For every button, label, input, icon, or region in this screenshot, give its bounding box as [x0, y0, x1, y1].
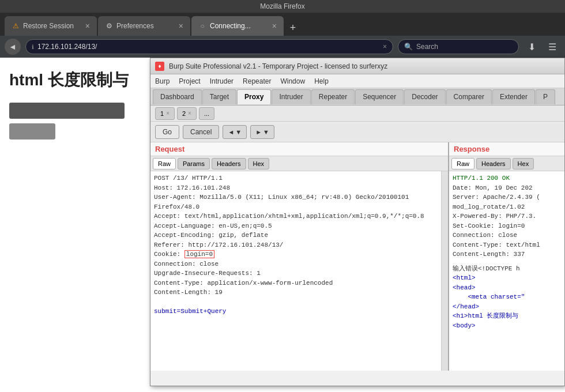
req-line-3: Firefox/48.0: [154, 202, 438, 212]
resp-line-content-length: Content-Length: 337: [453, 250, 561, 259]
spinner-icon: ○: [198, 22, 206, 30]
req-line-6: Accept-Encoding: gzip, deflate: [154, 231, 438, 240]
tab-dashboard[interactable]: Dashboard: [153, 89, 202, 104]
hamburger-menu[interactable]: ☰: [544, 39, 560, 55]
tab-connecting-close[interactable]: ×: [272, 21, 277, 31]
resp-body-meta: <meta charset=": [453, 292, 561, 302]
menu-burp[interactable]: Burp: [155, 77, 170, 85]
browser-title: Mozilla Firefox: [260, 2, 304, 10]
resp-line-connection: Connection: close: [453, 231, 561, 240]
request-panel: Request Raw Params Headers Hex POST /13/…: [150, 142, 449, 371]
resp-line-status: HTTP/1.1 200 OK: [453, 174, 561, 183]
resp-line-server: Server: Apache/2.4.39 (: [453, 193, 561, 202]
req-line-2: User-Agent: Mozilla/5.0 (X11; Linux x86_…: [154, 193, 438, 202]
resp-body-head: <head>: [453, 283, 561, 293]
url-clear-button[interactable]: ×: [383, 43, 387, 51]
tab-extender[interactable]: Extender: [492, 89, 535, 104]
browser-content: html 长度限制与 ♦ Burp Suite Professional v2.…: [0, 58, 565, 392]
tab-preferences-label: Preferences: [116, 22, 154, 30]
tab-p[interactable]: P: [536, 89, 555, 104]
tab-intruder[interactable]: Intruder: [272, 89, 310, 104]
resp-line-cookie: Set-Cookie: login=0: [453, 221, 561, 231]
burp-titlebar: ♦ Burp Suite Professional v2.1 - Tempora…: [150, 58, 564, 74]
response-tab-hex[interactable]: Hex: [513, 158, 534, 169]
menu-repeater[interactable]: Repeater: [243, 77, 271, 85]
new-tab-button[interactable]: +: [285, 20, 301, 36]
tab-2-close[interactable]: ×: [188, 110, 191, 116]
url-bar[interactable]: ℹ 172.16.101.248/13/ ×: [25, 39, 393, 54]
tab-connecting[interactable]: ○ Connecting... ×: [191, 16, 284, 36]
search-placeholder: Search: [416, 43, 438, 51]
browser-urlbar: ◄ ℹ 172.16.101.248/13/ × 🔍 Search ⬇ ☰: [0, 36, 565, 58]
search-bar[interactable]: 🔍 Search: [398, 39, 519, 54]
firefox-page: html 长度限制与: [0, 58, 150, 392]
request-panel-header: Request: [150, 142, 448, 156]
next-button[interactable]: ► ▼: [250, 125, 274, 139]
menu-intruder[interactable]: Intruder: [210, 77, 233, 85]
request-number-tabs: 1 × 2 × ...: [150, 105, 564, 122]
menu-window[interactable]: Window: [280, 77, 305, 85]
cookie-label: Cookie:: [154, 251, 184, 258]
cancel-button[interactable]: Cancel: [183, 125, 219, 139]
request-tab-raw[interactable]: Raw: [153, 158, 176, 169]
response-sub-tabs: Raw Headers Hex: [449, 156, 564, 171]
prev-dropdown-icon[interactable]: ▼: [235, 129, 242, 135]
browser-tabs-bar: ⚠ Restore Session × ⚙ Preferences × ○ Co…: [0, 13, 565, 36]
resp-line-content-type: Content-Type: text/html: [453, 240, 561, 250]
lock-icon: ℹ: [32, 44, 34, 50]
response-content: HTTP/1.1 200 OK Date: Mon, 19 Dec 202 Se…: [449, 171, 564, 371]
tab-restore-close[interactable]: ×: [85, 21, 90, 31]
request-tab-headers[interactable]: Headers: [212, 158, 246, 169]
cookie-value-highlight: login=0: [184, 250, 214, 258]
page-button[interactable]: [9, 123, 55, 140]
req-line-9: Connection: close: [154, 259, 438, 269]
menu-help[interactable]: Help: [314, 77, 329, 85]
resp-body-h1: <h1>html 长度限制与: [453, 311, 561, 321]
page-input[interactable]: [9, 103, 125, 119]
burp-menubar: Burp Project Intruder Repeater Window He…: [150, 74, 564, 88]
tab-target[interactable]: Target: [202, 89, 236, 104]
tab-proxy[interactable]: Proxy: [237, 89, 271, 104]
req-line-11: Content-Type: application/x-www-form-url…: [154, 278, 438, 288]
browser-titlebar: Mozilla Firefox: [0, 0, 565, 13]
tab-comparer[interactable]: Comparer: [446, 89, 492, 104]
request-tab-params[interactable]: Params: [178, 158, 210, 169]
req-line-1: Host: 172.16.101.248: [154, 183, 438, 193]
prev-button[interactable]: ◄ ▼: [223, 125, 247, 139]
page-title: html 长度限制与: [9, 69, 141, 91]
request-scroll-container: POST /13/ HTTP/1.1 Host: 172.16.101.248 …: [150, 171, 448, 371]
resp-body-head-close: </head>: [453, 302, 561, 312]
request-tab-1[interactable]: 1 ×: [155, 107, 175, 120]
req-line-5: Accept-Language: en-US,en;q=0.5: [154, 221, 438, 231]
menu-project[interactable]: Project: [179, 77, 200, 85]
submit-value: Submit+Query: [180, 308, 226, 315]
request-scrollbar[interactable]: [441, 171, 448, 371]
tab-decoder[interactable]: Decoder: [404, 89, 445, 104]
tab-preferences[interactable]: ⚙ Preferences ×: [98, 16, 190, 36]
burp-main-area: Request Raw Params Headers Hex POST /13/…: [150, 142, 564, 371]
request-tab-more[interactable]: ...: [199, 107, 214, 120]
go-button[interactable]: Go: [155, 125, 179, 139]
tab-sequencer[interactable]: Sequencer: [355, 89, 404, 104]
burp-window: ♦ Burp Suite Professional v2.1 - Tempora…: [150, 58, 565, 386]
request-tab-hex[interactable]: Hex: [248, 158, 270, 169]
response-tab-raw[interactable]: Raw: [451, 158, 474, 169]
tab-preferences-close[interactable]: ×: [179, 21, 183, 31]
tab-1-close[interactable]: ×: [166, 110, 170, 116]
tab-restore[interactable]: ⚠ Restore Session ×: [5, 16, 97, 36]
tab-repeater[interactable]: Repeater: [311, 89, 355, 104]
request-tab-2[interactable]: 2 ×: [177, 107, 197, 120]
req-line-7: Referer: http://172.16.101.248/13/: [154, 240, 438, 250]
request-sub-tabs: Raw Params Headers Hex: [150, 156, 448, 171]
burp-app-icon: ♦: [155, 62, 164, 71]
warning-icon: ⚠: [12, 22, 20, 30]
response-tab-headers[interactable]: Headers: [476, 158, 511, 169]
resp-body-html: <html>: [453, 273, 561, 283]
back-button[interactable]: ◄: [5, 39, 21, 55]
download-button[interactable]: ⬇: [523, 39, 540, 55]
url-text: 172.16.101.248/13/: [37, 43, 97, 51]
response-title: Response: [454, 145, 489, 153]
next-dropdown-icon[interactable]: ▼: [263, 129, 269, 135]
prev-arrow-icon: ◄: [228, 129, 234, 135]
next-arrow-icon: ►: [255, 129, 262, 135]
